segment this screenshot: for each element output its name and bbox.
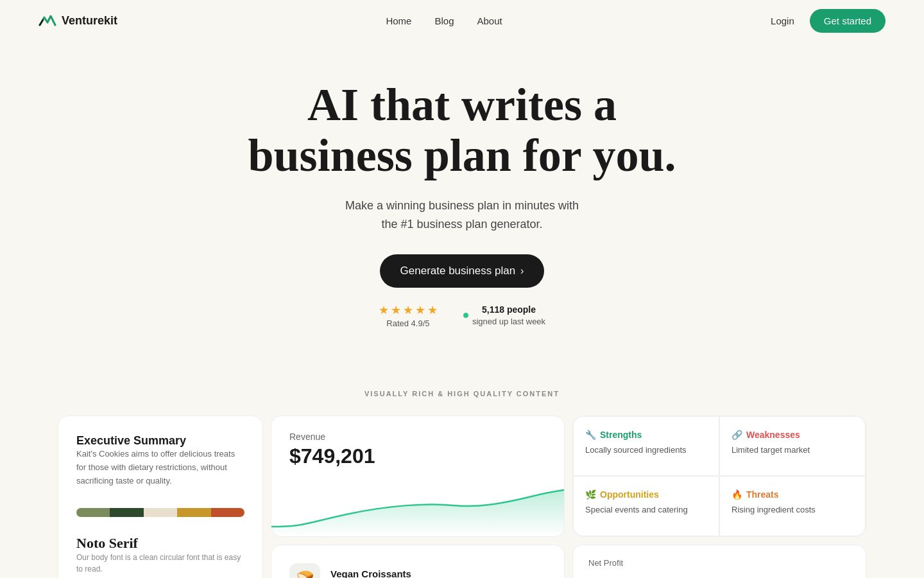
get-started-button[interactable]: Get started <box>810 9 886 33</box>
exec-body: Kait's Cookies aims to offer delicious t… <box>76 448 244 487</box>
opportunities-title: 🌿 Opportunities <box>585 489 707 500</box>
swot-weaknesses: 🔗 Weaknesses Limited target market <box>719 416 866 477</box>
color-swatch-section <box>76 500 244 517</box>
section-label: VISUALLY RICH & HIGH QUALITY CONTENT <box>0 390 924 398</box>
opportunities-icon: 🌿 <box>585 489 596 500</box>
rating-text: Rated 4.9/5 <box>379 319 438 328</box>
online-dot <box>463 313 468 318</box>
color-swatches <box>76 508 244 517</box>
generate-label: Generate business plan <box>400 265 516 277</box>
logo-icon <box>38 13 56 28</box>
swatch-1 <box>76 508 110 517</box>
swot-threats: 🔥 Threats Rising ingredient costs <box>719 476 866 536</box>
strengths-icon: 🔧 <box>585 430 596 440</box>
swot-strengths: 🔧 Strengths Locally sourced ingredients <box>573 416 719 477</box>
rating-block: ★ ★ ★ ★ ★ Rated 4.9/5 <box>379 303 438 328</box>
generate-arrow: › <box>520 265 524 277</box>
navbar: Venturekit Home Blog About Login Get sta… <box>0 0 924 41</box>
nav-blog[interactable]: Blog <box>434 15 454 26</box>
logo-text: Venturekit <box>62 14 117 28</box>
star-3: ★ <box>403 303 413 317</box>
revenue-chart <box>271 478 564 536</box>
social-proof: ★ ★ ★ ★ ★ Rated 4.9/5 5,118 people signe… <box>13 303 911 328</box>
star-5: ★ <box>427 303 438 317</box>
logo-link[interactable]: Venturekit <box>38 13 117 28</box>
swot-card: 🔧 Strengths Locally sourced ingredients … <box>572 416 866 537</box>
swatch-3 <box>144 508 177 517</box>
threats-title: 🔥 Threats <box>732 489 853 500</box>
hero-subtext: Make a winning business plan in minutes … <box>13 197 911 234</box>
exec-summary-card: Executive Summary Kait's Cookies aims to… <box>58 416 263 578</box>
generate-button[interactable]: Generate business plan › <box>380 254 545 288</box>
weaknesses-title: 🔗 Weaknesses <box>732 430 853 440</box>
revenue-card: Revenue $749,201 <box>271 416 565 537</box>
signup-info: 5,118 people signed up last week <box>472 304 545 327</box>
swatch-5 <box>211 508 244 517</box>
product-info: Vegan Croissants With fine vegan butter <box>330 568 411 578</box>
strengths-content: Locally sourced ingredients <box>585 445 707 455</box>
star-2: ★ <box>391 303 401 317</box>
star-rating: ★ ★ ★ ★ ★ <box>379 303 438 317</box>
net-profit-card: Net Profit <box>572 545 866 578</box>
revenue-label: Revenue <box>289 432 546 442</box>
signup-count: 5,118 people <box>482 304 536 315</box>
revenue-amount: $749,201 <box>289 444 546 468</box>
login-link[interactable]: Login <box>771 15 794 26</box>
net-profit-label: Net Profit <box>588 558 850 568</box>
exec-summary-content: Executive Summary Kait's Cookies aims to… <box>76 434 244 487</box>
nav-right: Login Get started <box>771 9 886 33</box>
cards-grid: Executive Summary Kait's Cookies aims to… <box>19 416 905 578</box>
nav-links: Home Blog About <box>386 15 502 26</box>
signup-block: 5,118 people signed up last week <box>463 304 545 327</box>
font-section: Noto Serif Our body font is a clean circ… <box>76 535 244 575</box>
swatch-2 <box>110 508 143 517</box>
star-4: ★ <box>415 303 425 317</box>
product-name: Vegan Croissants <box>330 568 411 578</box>
threats-content: Rising ingredient costs <box>732 505 853 514</box>
swatch-4 <box>177 508 210 517</box>
swot-opportunities: 🌿 Opportunities Special events and cater… <box>573 476 719 536</box>
hero-headline: AI that writes a business plan for you. <box>218 80 706 181</box>
star-1: ★ <box>379 303 389 317</box>
signup-label: signed up last week <box>472 317 545 326</box>
product-card: 🍞 Vegan Croissants With fine vegan butte… <box>271 545 565 578</box>
strengths-title: 🔧 Strengths <box>585 430 707 440</box>
opportunities-content: Special events and catering <box>585 505 707 514</box>
weaknesses-content: Limited target market <box>732 445 853 455</box>
nav-about[interactable]: About <box>477 15 502 26</box>
product-icon: 🍞 <box>289 563 320 578</box>
hero-section: AI that writes a business plan for you. … <box>0 41 924 354</box>
font-desc: Our body font is a clean circular font t… <box>76 552 244 575</box>
threats-icon: 🔥 <box>732 489 742 500</box>
exec-title: Executive Summary <box>76 434 244 448</box>
nav-home[interactable]: Home <box>386 15 411 26</box>
weaknesses-icon: 🔗 <box>732 430 742 440</box>
font-name: Noto Serif <box>76 535 244 552</box>
